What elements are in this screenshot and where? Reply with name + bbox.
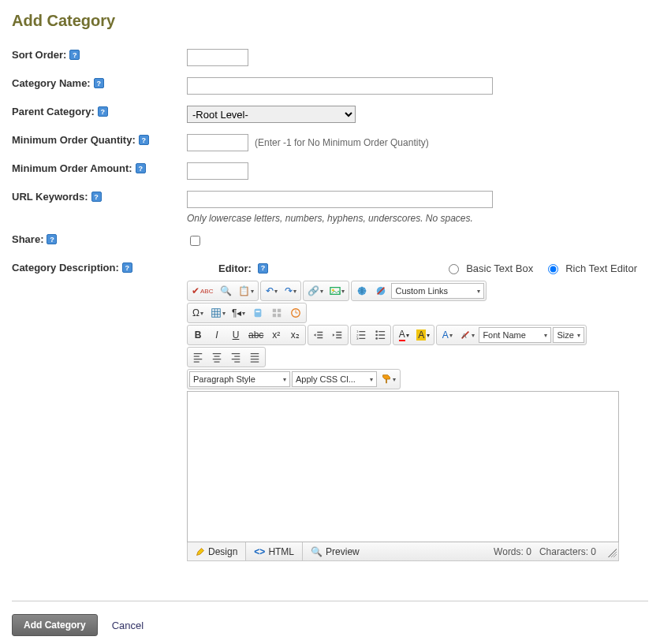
basic-text-radio[interactable] [449,264,459,274]
min-qty-hint: (Enter -1 for No Minimum Order Quantity) [255,137,429,148]
bold-button[interactable]: B [189,327,207,343]
share-label: Share: [12,233,43,245]
svg-text:3: 3 [356,337,359,341]
magnifier-icon: 🔍 [311,546,323,557]
numbered-list-button[interactable]: 123 [352,327,370,343]
url-keywords-hint: Only lowercase letters, numbers, hyphens… [187,213,648,224]
symbol-icon[interactable]: Ω▾ [189,305,207,321]
help-icon[interactable]: ? [122,262,132,273]
page-title: Add Category [12,12,648,30]
paragraph-icon[interactable]: ¶◂▾ [229,305,248,321]
align-justify-button[interactable] [246,349,263,365]
category-description-label: Category Description: [12,262,119,274]
category-name-input[interactable] [187,77,493,95]
editor-stats: Words: 0 Characters: 0 [494,546,601,557]
undo-icon[interactable]: ↶▾ [263,283,280,299]
subscript-button[interactable]: x₂ [286,327,304,343]
forecolor-picker-icon[interactable]: A▾ [395,327,412,343]
underline-button[interactable]: U [227,327,244,343]
italic-button[interactable]: I [208,327,226,343]
apply-css-dropdown[interactable]: Apply CSS Cl... ▾ [292,371,377,387]
help-icon[interactable]: ? [47,234,57,244]
preview-tab[interactable]: 🔍 Preview [303,542,367,560]
category-name-label: Category Name: [12,77,91,89]
paste-icon[interactable]: 📋▾ [236,283,256,299]
svg-rect-14 [273,314,276,317]
find-replace-icon[interactable]: 🔍 [217,283,234,299]
cancel-button[interactable]: Cancel [112,620,144,631]
svg-point-23 [376,334,378,337]
add-category-button[interactable]: Add Category [12,614,98,636]
html-tab[interactable]: <> HTML [246,542,303,560]
sort-order-label: Sort Order: [12,49,66,61]
paragraph-style-label: Paragraph Style [193,374,255,384]
editor-content-area[interactable] [187,391,619,542]
svg-rect-10 [255,309,262,318]
parent-category-label: Parent Category: [12,106,95,117]
font-size-dropdown[interactable]: Size▾ [553,327,584,343]
link-world-icon[interactable] [353,283,371,299]
svg-rect-13 [278,309,281,312]
html-tab-label: HTML [268,546,294,557]
url-keywords-label: URL Keywords: [12,191,88,203]
align-right-button[interactable] [227,349,244,365]
font-size-label: Size [557,330,573,340]
editor-label: Editor: [218,262,252,274]
spellcheck-icon[interactable]: ✔ABC [189,283,215,299]
apply-css-label: Apply CSS Cl... [296,374,356,384]
min-qty-input[interactable] [187,134,248,151]
module-manager-icon[interactable] [268,305,285,321]
font-name-dropdown[interactable]: Font Name ▾ [479,327,551,343]
help-icon[interactable]: ? [94,78,104,88]
svg-text:A: A [462,332,467,340]
help-icon[interactable]: ? [91,192,102,202]
svg-rect-12 [273,309,276,312]
resize-grip-icon[interactable] [606,546,617,557]
share-checkbox[interactable] [190,236,200,246]
unlink-world-icon[interactable] [372,283,390,299]
min-amount-label: Minimum Order Amount: [12,162,132,174]
svg-rect-5 [212,309,221,318]
pencil-icon [196,547,205,557]
url-keywords-input[interactable] [187,191,493,208]
outdent-button[interactable] [310,327,327,343]
help-icon[interactable]: ? [69,50,80,60]
design-tab[interactable]: Design [188,542,246,560]
custom-links-dropdown[interactable]: Custom Links ▾ [391,283,484,299]
superscript-button[interactable]: x² [267,327,285,343]
svg-rect-26 [386,379,387,383]
design-tab-label: Design [208,546,237,557]
rich-text-label: Rich Text Editor [565,262,637,274]
paragraph-style-dropdown[interactable]: Paragraph Style ▾ [189,371,290,387]
align-left-button[interactable] [189,349,207,365]
bullet-list-button[interactable] [371,327,389,343]
strikethrough-button[interactable]: abc [246,327,266,343]
min-amount-input[interactable] [187,162,248,180]
redo-icon[interactable]: ↷▾ [282,283,299,299]
svg-rect-11 [256,311,260,312]
svg-point-22 [376,330,378,333]
help-icon[interactable]: ? [139,135,149,145]
hyperlink-icon[interactable]: 🔗▾ [305,283,326,299]
table-icon[interactable]: ▾ [208,305,228,321]
format-painter-icon[interactable]: ▾ [378,371,398,387]
backcolor-picker-icon[interactable]: A▾ [414,327,432,343]
align-center-button[interactable] [208,349,226,365]
help-icon[interactable]: ? [136,163,146,173]
help-icon[interactable]: ? [258,263,268,274]
font-style-icon[interactable]: A▾ [438,327,456,343]
svg-point-1 [333,289,335,292]
min-qty-label: Minimum Order Quantity: [12,134,136,146]
rich-text-editor: ✔ABC 🔍 📋▾ ↶▾ ↷▾ 🔗▾ ▾ Custom Links [187,281,619,561]
svg-point-24 [376,337,378,340]
indent-button[interactable] [329,327,346,343]
sort-order-input[interactable] [187,49,248,66]
help-icon[interactable]: ? [98,106,108,117]
format-stripper-icon[interactable] [249,305,267,321]
image-manager-icon[interactable]: ▾ [327,283,347,299]
parent-category-select[interactable]: -Root Level- [187,106,356,123]
clear-format-icon[interactable]: A▾ [457,327,477,343]
rich-text-radio[interactable] [548,264,558,274]
custom-links-label: Custom Links [395,286,448,296]
clock-icon[interactable] [287,305,304,321]
